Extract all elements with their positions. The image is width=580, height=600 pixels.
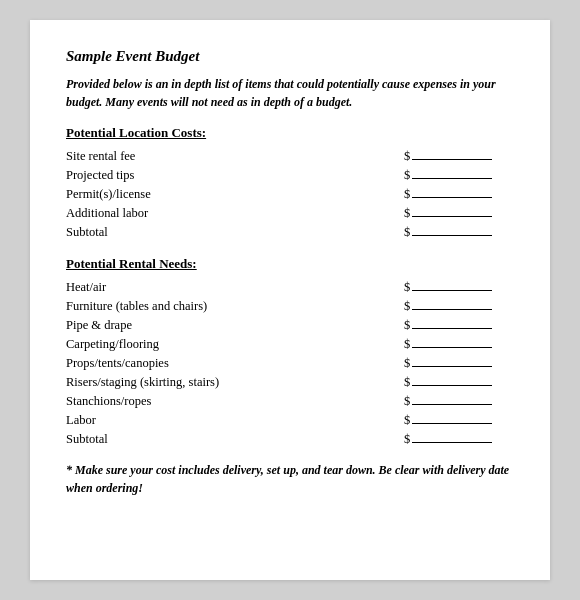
budget-label-s1-i4: Props/tents/canopies xyxy=(66,356,404,371)
budget-amount-s1-i8: $ xyxy=(404,432,514,447)
budget-label-s0-i4: Subtotal xyxy=(66,225,404,240)
budget-amount-s1-i5: $ xyxy=(404,375,514,390)
budget-label-s0-i3: Additional labor xyxy=(66,206,404,221)
budget-row-s1-i7: Labor$ xyxy=(66,411,514,430)
document-intro: Provided below is an in depth list of it… xyxy=(66,75,514,111)
budget-row-s1-i3: Carpeting/flooring$ xyxy=(66,335,514,354)
budget-label-s1-i1: Furniture (tables and chairs) xyxy=(66,299,404,314)
budget-row-s1-i2: Pipe & drape$ xyxy=(66,316,514,335)
budget-row-s1-i4: Props/tents/canopies$ xyxy=(66,354,514,373)
budget-row-s1-i1: Furniture (tables and chairs)$ xyxy=(66,297,514,316)
section-heading-1: Potential Rental Needs: xyxy=(66,256,514,272)
document-footnote: * Make sure your cost includes delivery,… xyxy=(66,461,514,497)
budget-label-s0-i1: Projected tips xyxy=(66,168,404,183)
budget-amount-s0-i4: $ xyxy=(404,225,514,240)
section-heading-0: Potential Location Costs: xyxy=(66,125,514,141)
budget-amount-s0-i1: $ xyxy=(404,168,514,183)
budget-label-s1-i6: Stanchions/ropes xyxy=(66,394,404,409)
budget-row-s1-i5: Risers/staging (skirting, stairs)$ xyxy=(66,373,514,392)
budget-row-s0-i0: Site rental fee$ xyxy=(66,147,514,166)
budget-amount-s1-i4: $ xyxy=(404,356,514,371)
budget-label-s1-i5: Risers/staging (skirting, stairs) xyxy=(66,375,404,390)
budget-amount-s0-i3: $ xyxy=(404,206,514,221)
budget-row-s0-i1: Projected tips$ xyxy=(66,166,514,185)
budget-label-s1-i7: Labor xyxy=(66,413,404,428)
budget-label-s1-i2: Pipe & drape xyxy=(66,318,404,333)
budget-label-s1-i8: Subtotal xyxy=(66,432,404,447)
budget-row-s0-i4: Subtotal$ xyxy=(66,223,514,242)
budget-row-s0-i3: Additional labor$ xyxy=(66,204,514,223)
budget-amount-s0-i2: $ xyxy=(404,187,514,202)
document: Sample Event Budget Provided below is an… xyxy=(30,20,550,580)
budget-amount-s1-i0: $ xyxy=(404,280,514,295)
budget-amount-s1-i7: $ xyxy=(404,413,514,428)
budget-amount-s0-i0: $ xyxy=(404,149,514,164)
budget-amount-s1-i6: $ xyxy=(404,394,514,409)
budget-row-s0-i2: Permit(s)/license$ xyxy=(66,185,514,204)
budget-label-s1-i0: Heat/air xyxy=(66,280,404,295)
budget-label-s1-i3: Carpeting/flooring xyxy=(66,337,404,352)
budget-amount-s1-i1: $ xyxy=(404,299,514,314)
budget-label-s0-i2: Permit(s)/license xyxy=(66,187,404,202)
document-title: Sample Event Budget xyxy=(66,48,514,65)
budget-row-s1-i6: Stanchions/ropes$ xyxy=(66,392,514,411)
budget-amount-s1-i3: $ xyxy=(404,337,514,352)
budget-amount-s1-i2: $ xyxy=(404,318,514,333)
budget-row-s1-i8: Subtotal$ xyxy=(66,430,514,449)
budget-label-s0-i0: Site rental fee xyxy=(66,149,404,164)
budget-row-s1-i0: Heat/air$ xyxy=(66,278,514,297)
